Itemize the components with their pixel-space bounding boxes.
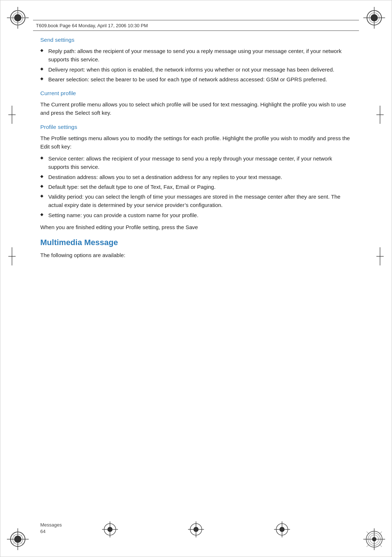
svg-line-33 (367, 532, 369, 534)
svg-point-18 (14, 536, 21, 543)
bottom-mark-center (188, 521, 204, 538)
svg-point-28 (372, 537, 376, 541)
svg-point-13 (371, 14, 378, 21)
svg-point-52 (193, 527, 199, 532)
svg-line-35 (367, 544, 369, 547)
list-item: Default type: set the default type to on… (40, 183, 352, 191)
current-profile-body: The Current profile menu allows you to s… (40, 100, 352, 117)
send-settings-heading: Send settings (40, 37, 352, 43)
list-item: Service center: allows the recipient of … (40, 154, 352, 171)
side-mark-left-mid (8, 247, 16, 267)
corner-mark-tl (7, 7, 29, 29)
current-profile-section: Current profile The Current profile menu… (40, 90, 352, 117)
svg-line-36 (379, 544, 382, 547)
list-item: Delivery report: when this option is ena… (40, 65, 352, 74)
list-item: Bearer selection: select the bearer to b… (40, 75, 352, 84)
multimedia-message-body: The following options are available: (40, 251, 352, 259)
profile-settings-trailing: When you are finished editing your Profi… (40, 223, 352, 231)
side-mark-right-mid (376, 247, 384, 267)
side-mark-left-top (8, 106, 16, 125)
list-item: Validity period: you can select the leng… (40, 192, 352, 210)
corner-mark-br (363, 528, 385, 550)
header-bar: T609.book Page 64 Monday, April 17, 2006… (33, 20, 359, 31)
multimedia-message-section: Multimedia Message The following options… (40, 238, 352, 259)
list-item: Reply path: allows the recipient of your… (40, 47, 352, 64)
multimedia-message-heading: Multimedia Message (40, 238, 352, 247)
profile-settings-intro: The Profile settings menu allows you to … (40, 134, 352, 151)
svg-point-56 (279, 527, 285, 532)
send-settings-list: Reply path: allows the recipient of your… (40, 47, 352, 84)
bottom-mark-right (274, 521, 290, 538)
header-text: T609.book Page 64 Monday, April 17, 2006… (36, 23, 148, 28)
list-item: Setting name: you can provide a custom n… (40, 211, 352, 219)
svg-point-4 (14, 14, 21, 21)
profile-settings-section: Profile settings The Profile settings me… (40, 124, 352, 232)
content-area: Send settings Reply path: allows the rec… (40, 37, 352, 517)
side-mark-right-top (376, 106, 384, 125)
page-container: T609.book Page 64 Monday, April 17, 2006… (0, 0, 392, 557)
corner-mark-bl (7, 528, 29, 550)
send-settings-section: Send settings Reply path: allows the rec… (40, 37, 352, 84)
profile-settings-list: Service center: allows the recipient of … (40, 154, 352, 219)
svg-line-34 (379, 532, 382, 534)
list-item: Destination address: allows you to set a… (40, 173, 352, 181)
corner-mark-tr (363, 7, 385, 29)
profile-settings-heading: Profile settings (40, 124, 352, 130)
current-profile-heading: Current profile (40, 90, 352, 97)
svg-point-48 (107, 527, 113, 532)
bottom-mark-left (102, 521, 118, 538)
